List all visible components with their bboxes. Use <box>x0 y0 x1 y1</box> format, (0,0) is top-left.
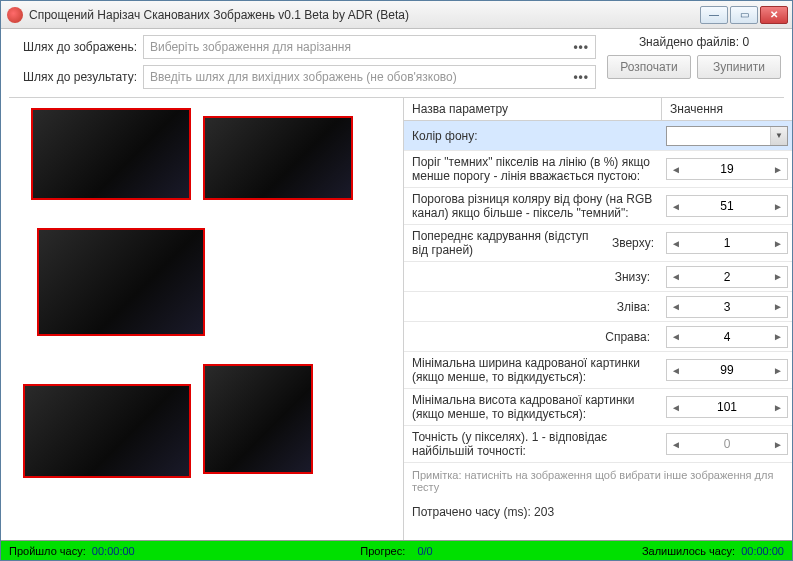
decrement-icon[interactable]: ◄ <box>667 439 685 450</box>
param-label: Точність (у пікселях). 1 - відповідає на… <box>404 426 662 462</box>
param-row: Знизу:◄2► <box>404 262 792 292</box>
crop-thumbnail[interactable] <box>37 228 205 336</box>
spinner-value: 3 <box>685 300 769 314</box>
spinner-value: 99 <box>685 363 769 377</box>
decrement-icon[interactable]: ◄ <box>667 238 685 249</box>
chevron-down-icon[interactable]: ▼ <box>771 127 787 145</box>
decrement-icon[interactable]: ◄ <box>667 164 685 175</box>
number-spinner[interactable]: ◄2► <box>666 266 788 288</box>
param-row: Колір фону:▼ <box>404 121 792 151</box>
number-spinner[interactable]: ◄0► <box>666 433 788 455</box>
output-path-placeholder: Введіть шлях для вихідних зображень (не … <box>150 70 573 84</box>
number-spinner[interactable]: ◄19► <box>666 158 788 180</box>
spinner-value: 2 <box>685 270 769 284</box>
crop-thumbnail[interactable] <box>23 384 191 478</box>
param-label: Справа: <box>404 322 662 351</box>
increment-icon[interactable]: ► <box>769 301 787 312</box>
param-row: Мінімальна висота кадрованої картинки (я… <box>404 389 792 426</box>
spinner-value: 0 <box>685 437 769 451</box>
header-param: Назва параметру <box>404 98 662 120</box>
param-label: Мінімальна ширина кадрованої картинки (я… <box>404 352 662 388</box>
params-panel: Назва параметру Значення Колір фону:▼Пор… <box>403 98 792 540</box>
increment-icon[interactable]: ► <box>769 238 787 249</box>
app-icon <box>7 7 23 23</box>
increment-icon[interactable]: ► <box>769 164 787 175</box>
param-row: Мінімальна ширина кадрованої картинки (я… <box>404 352 792 389</box>
decrement-icon[interactable]: ◄ <box>667 201 685 212</box>
number-spinner[interactable]: ◄51► <box>666 195 788 217</box>
crop-thumbnail[interactable] <box>203 116 353 200</box>
preview-panel[interactable] <box>1 98 403 540</box>
status-bar: Пройшло часу: 00:00:00 Прогрес: 0/0 Зали… <box>1 540 792 560</box>
param-label: Попереднє кадрування (відступ від граней… <box>404 225 662 261</box>
decrement-icon[interactable]: ◄ <box>667 271 685 282</box>
param-label: Мінімальна висота кадрованої картинки (я… <box>404 389 662 425</box>
decrement-icon[interactable]: ◄ <box>667 365 685 376</box>
param-label: Зліва: <box>404 292 662 321</box>
number-spinner[interactable]: ◄3► <box>666 296 788 318</box>
color-picker[interactable]: ▼ <box>666 126 788 146</box>
decrement-icon[interactable]: ◄ <box>667 402 685 413</box>
output-path-label: Шлях до результату: <box>9 70 137 84</box>
spinner-value: 4 <box>685 330 769 344</box>
param-row: Точність (у пікселях). 1 - відповідає на… <box>404 426 792 463</box>
increment-icon[interactable]: ► <box>769 439 787 450</box>
param-row: Порогова різниця коляру від фону (на RGB… <box>404 188 792 225</box>
crop-thumbnail[interactable] <box>203 364 313 474</box>
increment-icon[interactable]: ► <box>769 402 787 413</box>
spinner-value: 51 <box>685 199 769 213</box>
crop-thumbnail[interactable] <box>31 108 191 200</box>
window-title: Спрощений Нарізач Сканованих Зображень v… <box>29 8 700 22</box>
browse-output-icon[interactable]: ••• <box>573 70 589 84</box>
increment-icon[interactable]: ► <box>769 271 787 282</box>
decrement-icon[interactable]: ◄ <box>667 301 685 312</box>
browse-input-icon[interactable]: ••• <box>573 40 589 54</box>
increment-icon[interactable]: ► <box>769 201 787 212</box>
param-label: Поріг "темних" пікселів на лінію (в %) я… <box>404 151 662 187</box>
main-window: Спрощений Нарізач Сканованих Зображень v… <box>0 0 793 561</box>
number-spinner[interactable]: ◄99► <box>666 359 788 381</box>
increment-icon[interactable]: ► <box>769 365 787 376</box>
input-path-field[interactable]: Виберіть зображення для нарізання ••• <box>143 35 596 59</box>
spinner-value: 1 <box>685 236 769 250</box>
elapsed-text: Потрачено часу (ms): 203 <box>404 499 792 525</box>
note-text: Примітка: натисніть на зображення щоб ви… <box>404 463 792 499</box>
param-row: Справа:◄4► <box>404 322 792 352</box>
titlebar[interactable]: Спрощений Нарізач Сканованих Зображень v… <box>1 1 792 29</box>
param-row: Поріг "темних" пікселів на лінію (в %) я… <box>404 151 792 188</box>
spinner-value: 101 <box>685 400 769 414</box>
close-button[interactable]: ✕ <box>760 6 788 24</box>
param-label: Знизу: <box>404 262 662 291</box>
header-value: Значення <box>662 98 792 120</box>
start-button[interactable]: Розпочати <box>607 55 691 79</box>
number-spinner[interactable]: ◄1► <box>666 232 788 254</box>
found-files-label: Знайдено файлів: 0 <box>639 35 749 49</box>
param-label: Колір фону: <box>404 121 662 150</box>
output-path-field[interactable]: Введіть шлях для вихідних зображень (не … <box>143 65 596 89</box>
maximize-button[interactable]: ▭ <box>730 6 758 24</box>
input-path-label: Шлях до зображень: <box>9 40 137 54</box>
minimize-button[interactable]: — <box>700 6 728 24</box>
increment-icon[interactable]: ► <box>769 331 787 342</box>
param-label: Порогова різниця коляру від фону (на RGB… <box>404 188 662 224</box>
param-row: Попереднє кадрування (відступ від граней… <box>404 225 792 262</box>
stop-button[interactable]: Зупинити <box>697 55 781 79</box>
input-path-placeholder: Виберіть зображення для нарізання <box>150 40 573 54</box>
number-spinner[interactable]: ◄101► <box>666 396 788 418</box>
decrement-icon[interactable]: ◄ <box>667 331 685 342</box>
spinner-value: 19 <box>685 162 769 176</box>
param-row: Зліва:◄3► <box>404 292 792 322</box>
number-spinner[interactable]: ◄4► <box>666 326 788 348</box>
